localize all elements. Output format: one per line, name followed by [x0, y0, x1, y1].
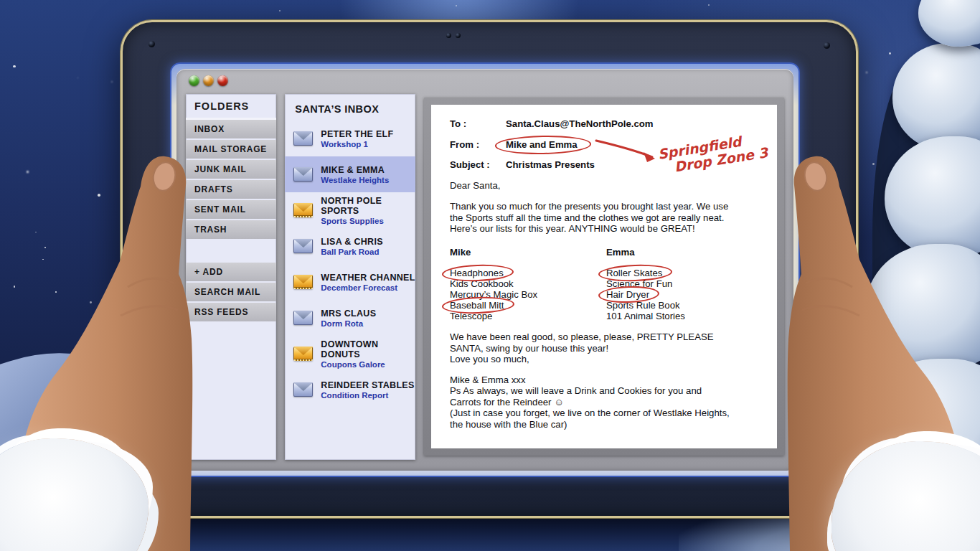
window-titlebar	[176, 69, 793, 93]
gift-item: Hair Dryer	[606, 289, 763, 300]
gift-item: 101 Animal Stories	[606, 311, 763, 321]
message-row-peter-the-elf[interactable]: PETER THE ELFWorkshop 1	[285, 121, 415, 156]
message-list: PETER THE ELFWorkshop 1MIKE & EMMAWestla…	[285, 121, 415, 408]
snowflake	[889, 52, 891, 55]
inbox-title: SANTA’S INBOX	[285, 94, 415, 121]
red-circle-annotation: Headphones	[450, 268, 504, 278]
message-subject: December Forecast	[321, 283, 415, 292]
email-to-row: To : Santa.Claus@TheNorthPole.com	[450, 118, 763, 130]
message-row-lisa-chris[interactable]: LISA & CHRISBall Park Road	[285, 228, 415, 264]
envelope-blue-icon	[293, 382, 313, 397]
email-text-line: Ps As always, we will leave a Drink and …	[450, 385, 731, 408]
snowflake	[708, 4, 710, 6]
envelope-blue-icon	[293, 167, 313, 182]
snowflake	[866, 72, 867, 73]
snowflake	[111, 81, 113, 83]
camera-icon	[149, 41, 155, 47]
gift-item: Headphones	[450, 268, 606, 278]
inbox-list-panel: SANTA’S INBOX PETER THE ELFWorkshop 1MIK…	[285, 94, 415, 460]
red-circle-annotation: Baseball Mitt	[450, 300, 504, 311]
closing: Mike & Emma xxxPs As always, we will lea…	[450, 375, 763, 430]
gift-item: Baseball Mitt	[450, 300, 606, 311]
sensor-dot-icon	[446, 33, 451, 38]
email-text-line: We have been real good, so please, pleas…	[450, 331, 731, 354]
message-row-reindeer-stables[interactable]: REINDEER STABLESCondition Report	[285, 372, 415, 408]
message-row-mike-emma[interactable]: MIKE & EMMAWestlake Heights	[285, 156, 415, 192]
tablet-screen: FOLDERS INBOXMAIL STORAGEJUNK MAILDRAFTS…	[170, 62, 800, 477]
message-sender: PETER THE ELF	[321, 129, 393, 139]
message-subject: Coupons Galore	[321, 360, 415, 369]
folders-title: FOLDERS	[186, 94, 276, 120]
red-circle-annotation: Hair Dryer	[606, 289, 649, 300]
gift-item: Sports Rule Book	[606, 300, 763, 311]
green-window-button[interactable]	[189, 75, 199, 86]
orange-window-button[interactable]	[203, 75, 214, 86]
scene: FOLDERS INBOXMAIL STORAGEJUNK MAILDRAFTS…	[0, 0, 980, 551]
gift-lists: MikeHeadphonesKids CookbookMercury’s Mag…	[450, 247, 763, 322]
message-row-weather-channel[interactable]: WEATHER CHANNELDecember Forecast	[285, 264, 415, 300]
to-value: Santa.Claus@TheNorthPole.com	[506, 118, 654, 130]
tablet-device: FOLDERS INBOXMAIL STORAGEJUNK MAILDRAFTS…	[121, 20, 858, 518]
message-sender: MRS CLAUS	[321, 309, 376, 319]
message-subject: Workshop 1	[321, 140, 393, 149]
subject-value: Christmas Presents	[506, 159, 595, 171]
gift-list-name: Emma	[606, 247, 763, 258]
gift-list-mike: MikeHeadphonesKids CookbookMercury’s Mag…	[450, 247, 606, 322]
email-text-line: (Just in case you forget, we live on the…	[450, 408, 731, 430]
email-text-line: Mike & Emma xxx	[450, 375, 731, 386]
sensor-dot-icon	[456, 33, 461, 38]
camera-icon	[824, 42, 830, 49]
gift-list-emma: EmmaRoller SkatesScience for FunHair Dry…	[606, 247, 763, 322]
gift-item: Telescope	[450, 311, 606, 321]
para-request: We have been real good, so please, pleas…	[450, 331, 763, 365]
envelope-orange-icon	[293, 275, 313, 289]
from-value-circled: Mike and Emma	[506, 139, 578, 151]
mail-app-window: FOLDERS INBOXMAIL STORAGEJUNK MAILDRAFTS…	[176, 69, 793, 471]
message-sender: REINDEER STABLES	[321, 380, 414, 390]
gift-item: Kids Cookbook	[450, 278, 606, 289]
to-label: To :	[450, 118, 506, 130]
snowflake	[456, 5, 457, 6]
envelope-blue-icon	[293, 131, 313, 146]
message-row-downtown-donuts[interactable]: DOWNTOWN DONUTSCoupons Galore	[285, 336, 415, 372]
envelope-blue-icon	[293, 239, 313, 253]
email-greeting: Dear Santa,	[450, 180, 763, 192]
message-subject: Westlake Heights	[321, 176, 389, 184]
from-label: From :	[450, 139, 506, 151]
message-subject: Condition Report	[321, 391, 414, 400]
message-sender: MIKE & EMMA	[321, 165, 389, 175]
snowflake	[279, 10, 281, 11]
message-subject: Dorm Rota	[321, 319, 376, 328]
app-content: FOLDERS INBOXMAIL STORAGEJUNK MAILDRAFTS…	[176, 93, 793, 471]
message-sender: WEATHER CHANNEL	[321, 273, 415, 283]
message-row-north-pole-sports[interactable]: NORTH POLE SPORTSSports Supplies	[285, 192, 415, 228]
email-paragraph: Thank you so much for the presents you b…	[450, 201, 731, 235]
envelope-orange-icon	[293, 347, 313, 361]
traffic-lights	[189, 75, 228, 86]
red-circle-annotation: Roller Skates	[606, 268, 662, 278]
message-subject: Sports Supplies	[321, 217, 415, 225]
message-row-mrs-claus[interactable]: MRS CLAUSDorm Rota	[285, 300, 415, 336]
gift-list-name: Mike	[450, 247, 606, 258]
envelope-blue-icon	[293, 311, 313, 325]
snowflake	[13, 65, 15, 67]
email-letter: To : Santa.Claus@TheNorthPole.com From :…	[431, 105, 777, 448]
envelope-orange-icon	[293, 203, 313, 217]
message-subject: Ball Park Road	[321, 248, 382, 256]
message-sender: NORTH POLE SPORTS	[321, 196, 415, 216]
gift-item: Mercury’s Magic Box	[450, 289, 606, 300]
gift-item: Science for Fun	[606, 278, 763, 289]
snowflake	[77, 77, 78, 78]
message-sender: LISA & CHRIS	[321, 237, 382, 247]
message-sender: DOWNTOWN DONUTS	[321, 339, 415, 359]
subject-label: Subject :	[450, 159, 506, 171]
reading-pane: To : Santa.Claus@TheNorthPole.com From :…	[424, 98, 784, 456]
email-text-line: Love you so much,	[450, 354, 731, 365]
gift-item: Roller Skates	[606, 268, 763, 278]
red-window-button[interactable]	[217, 75, 228, 86]
